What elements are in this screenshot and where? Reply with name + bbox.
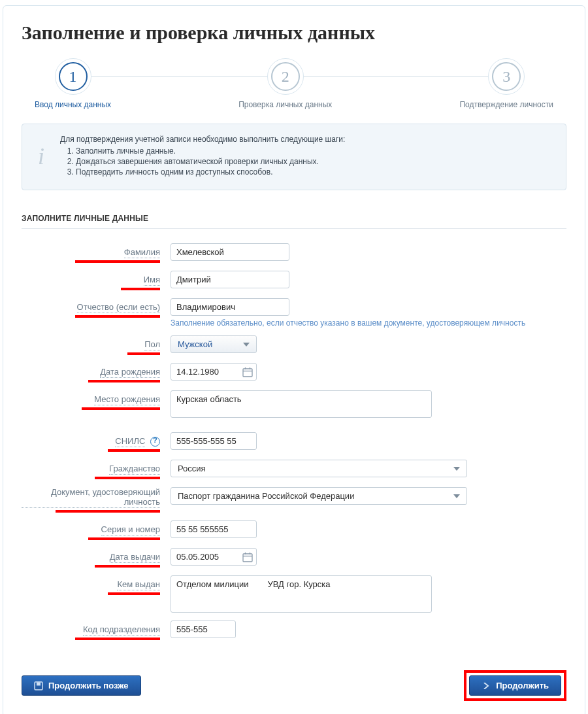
select-citizenship[interactable]: Россия xyxy=(171,460,467,477)
info-lead: Для подтверждения учетной записи необход… xyxy=(60,135,345,144)
row-name: Имя xyxy=(22,271,566,290)
input-doc-series[interactable] xyxy=(171,520,257,538)
chevron-right-icon xyxy=(482,681,491,690)
info-item: Заполнить личные данные. xyxy=(76,146,345,156)
save-icon xyxy=(34,681,43,690)
info-icon: i xyxy=(34,144,48,168)
svg-rect-9 xyxy=(37,682,41,685)
step-1-label: Ввод личных данных xyxy=(35,100,111,109)
info-box: i Для подтверждения учетной записи необх… xyxy=(22,124,566,190)
stepper: 1 Ввод личных данных 2 Проверка личных д… xyxy=(35,62,553,109)
step-3-num: 3 xyxy=(492,62,521,91)
step-2-label: Проверка личных данных xyxy=(238,100,332,109)
section-title: ЗАПОЛНИТЕ ЛИЧНЫЕ ДАННЫЕ xyxy=(22,214,566,223)
info-item: Подтвердить личность одним из доступных … xyxy=(76,167,345,177)
row-doc-series: Серия и номер xyxy=(22,520,566,540)
label-patronymic: Отчество (если есть) xyxy=(77,302,160,313)
svg-rect-4 xyxy=(243,554,252,562)
step-1-num: 1 xyxy=(59,62,88,91)
continue-later-button[interactable]: Продолжить позже xyxy=(22,675,141,696)
chevron-down-icon xyxy=(451,463,463,475)
label-doc-unit-code: Код подразделения xyxy=(83,624,160,636)
step-2-num: 2 xyxy=(271,62,300,91)
label-birthplace: Место рождения xyxy=(94,394,160,405)
label-citizenship: Гражданство xyxy=(109,464,160,475)
highlight-continue: Продолжить xyxy=(464,670,566,701)
row-doc-unit-code: Код подразделения xyxy=(22,620,566,640)
patronymic-hint: Заполнение обязательно, если отчество ук… xyxy=(171,318,525,328)
section-divider xyxy=(22,228,566,229)
step-3: 3 Подтверждение личности xyxy=(459,62,553,109)
row-doc-type: Документ, удостоверяющий личность Паспор… xyxy=(22,487,566,513)
input-patronymic[interactable] xyxy=(171,298,289,316)
label-doc-issued-by: Кем выдан xyxy=(117,579,160,590)
step-1: 1 Ввод личных данных xyxy=(35,62,111,109)
step-2: 2 Проверка личных данных xyxy=(238,62,332,109)
input-snils[interactable] xyxy=(171,432,257,450)
label-surname: Фамилия xyxy=(124,247,160,258)
select-gender[interactable]: Мужской xyxy=(171,335,257,353)
info-content: Для подтверждения учетной записи необход… xyxy=(60,135,345,178)
row-gender: Пол Мужской xyxy=(22,335,566,355)
input-doc-issued-by[interactable] xyxy=(171,575,432,613)
main-panel: Заполнение и проверка личных данных 1 Вв… xyxy=(3,5,585,714)
input-name[interactable] xyxy=(171,271,289,288)
row-citizenship: Гражданство Россия xyxy=(22,460,566,479)
help-icon[interactable] xyxy=(150,437,160,447)
label-birthdate: Дата рождения xyxy=(100,367,160,378)
step-3-label: Подтверждение личности xyxy=(459,100,553,109)
label-snils: СНИЛС xyxy=(115,436,145,447)
svg-rect-0 xyxy=(243,369,252,377)
row-birthdate: Дата рождения xyxy=(22,363,566,382)
input-surname[interactable] xyxy=(171,243,289,261)
label-doc-type: Документ, удостоверяющий личность xyxy=(22,487,160,508)
row-doc-issued-by: Кем выдан xyxy=(22,575,566,613)
continue-button[interactable]: Продолжить xyxy=(469,675,561,696)
calendar-icon[interactable] xyxy=(242,552,253,562)
row-birthplace: Место рождения xyxy=(22,390,566,418)
row-patronymic: Отчество (если есть) Заполнение обязател… xyxy=(22,298,566,328)
row-snils: СНИЛС xyxy=(22,432,566,452)
page-title: Заполнение и проверка личных данных xyxy=(22,22,566,44)
calendar-icon[interactable] xyxy=(242,367,253,377)
input-doc-unit-code[interactable] xyxy=(171,620,236,638)
label-doc-series: Серия и номер xyxy=(101,524,160,536)
select-doc-type[interactable]: Паспорт гражданина Российской Федерации xyxy=(171,487,467,505)
label-doc-issue-date: Дата выдачи xyxy=(110,552,160,563)
info-item: Дождаться завершения автоматической пров… xyxy=(76,157,345,166)
label-name: Имя xyxy=(144,275,160,286)
footer-buttons: Продолжить позже Продолжить xyxy=(22,670,566,701)
row-doc-issue-date: Дата выдачи xyxy=(22,548,566,568)
row-surname: Фамилия xyxy=(22,243,566,263)
input-birthplace[interactable] xyxy=(171,390,432,418)
label-gender: Пол xyxy=(144,339,160,350)
chevron-down-icon xyxy=(451,490,463,502)
chevron-down-icon xyxy=(240,339,252,350)
